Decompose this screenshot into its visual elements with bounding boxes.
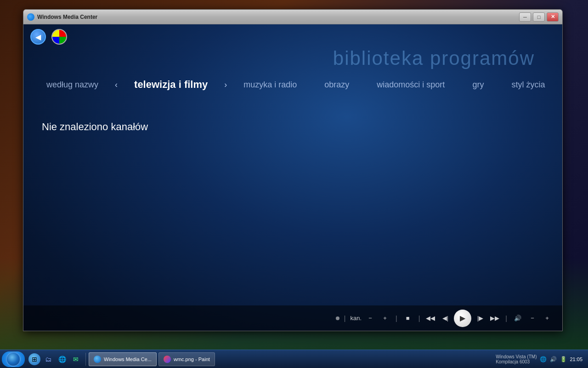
wmc-topbar: ◀ (23, 24, 562, 47)
main-content: Nie znaleziono kanałów (23, 107, 562, 303)
nav-tabs: według nazwy ‹ telewizja i filmy › muzyk… (23, 75, 562, 94)
taskbar-divider-1 (85, 353, 86, 366)
stop-button[interactable]: ■ (402, 312, 414, 324)
tray-battery-icon[interactable]: 🔋 (560, 356, 567, 363)
tab-styl-zycia[interactable]: styl życia (498, 76, 559, 93)
quick-launch-1[interactable]: ⊞ (28, 353, 40, 365)
main-title: biblioteka programów (333, 47, 535, 69)
wmc-window: Windows Media Center ─ □ ✕ ◀ biblioteka … (23, 9, 563, 331)
title-bar-left: Windows Media Center (27, 13, 97, 21)
sys-info-text: Windows Vista (TM)Kompilacja 6003 (496, 354, 537, 364)
wmc-title-icon (27, 13, 34, 21)
volume-down-button[interactable]: − (526, 312, 538, 324)
tab-wiadomosci[interactable]: wiadomości i sport (363, 76, 458, 93)
channel-down-button[interactable]: − (364, 312, 376, 324)
channel-up-button[interactable]: + (379, 312, 391, 324)
tab-obrazy[interactable]: obrazy (311, 76, 363, 93)
paint-app-icon (164, 356, 171, 363)
start-orb (6, 352, 21, 367)
separator-2: | (396, 315, 397, 322)
taskbar-paint-app[interactable]: wmc.png - Paint (158, 352, 215, 366)
desktop: Windows Media Center ─ □ ✕ ◀ biblioteka … (0, 0, 588, 368)
wmc-content: ◀ biblioteka programów według nazwy ‹ te… (23, 24, 562, 331)
close-button[interactable]: ✕ (547, 12, 559, 22)
wmc-app-icon (94, 356, 101, 363)
taskbar-quick-launch: ⊞ 🗂 🌐 ✉ (27, 353, 84, 365)
quick-launch-3[interactable]: 🌐 (56, 353, 68, 365)
wmc-app-label: Windows Media Ce... (104, 356, 152, 362)
wmc-logo-button[interactable] (51, 29, 67, 45)
start-button[interactable] (2, 351, 25, 367)
separator-1: | (344, 315, 346, 322)
window-title: Windows Media Center (37, 14, 97, 20)
title-bar-controls: ─ □ ✕ (519, 12, 559, 22)
tab-wedlug-nazwy[interactable]: według nazwy (33, 76, 112, 93)
status-dot (336, 316, 339, 320)
tab-telewizja[interactable]: telewizja i filmy (120, 75, 221, 94)
system-clock[interactable]: 21:05 (570, 356, 582, 362)
back-button[interactable]: ◀ (30, 29, 46, 45)
fast-fwd-button[interactable]: ▶▶ (489, 312, 501, 324)
left-arrow: ‹ (112, 80, 120, 90)
volume-icon: 🔊 (512, 312, 524, 324)
right-arrow: › (221, 80, 230, 90)
playback-controls: | kan. − + | ■ | ◀◀ ◀| ▶ |▶ ▶▶ | 🔊 − + (23, 305, 562, 331)
channel-label: kan. (351, 315, 362, 322)
title-bar: Windows Media Center ─ □ ✕ (23, 10, 562, 24)
no-channels-message: Nie znaleziono kanałów (42, 121, 544, 133)
volume-up-button[interactable]: + (541, 312, 553, 324)
quick-launch-4[interactable]: ✉ (70, 353, 82, 365)
separator-4: | (505, 315, 507, 322)
step-fwd-button[interactable]: |▶ (474, 312, 486, 324)
tray-network-icon[interactable]: 🌐 (539, 356, 547, 363)
tray-volume-icon[interactable]: 🔊 (549, 356, 557, 363)
paint-app-label: wmc.png - Paint (174, 356, 210, 362)
quick-launch-2[interactable]: 🗂 (42, 353, 54, 365)
rewind-button[interactable]: ◀◀ (424, 312, 436, 324)
step-back-button[interactable]: ◀| (439, 312, 451, 324)
minimize-button[interactable]: ─ (519, 12, 531, 22)
system-tray: Windows Vista (TM)Kompilacja 6003 🌐 🔊 🔋 … (492, 354, 586, 364)
tab-muzyka[interactable]: muzyka i radio (230, 76, 311, 93)
taskbar: ⊞ 🗂 🌐 ✉ Windows Media Ce... wmc.png - Pa… (0, 350, 588, 368)
tab-gry[interactable]: gry (458, 76, 498, 93)
play-button[interactable]: ▶ (454, 310, 471, 327)
taskbar-wmc-app[interactable]: Windows Media Ce... (89, 352, 157, 366)
maximize-button[interactable]: □ (533, 12, 545, 22)
separator-3: | (418, 315, 420, 322)
